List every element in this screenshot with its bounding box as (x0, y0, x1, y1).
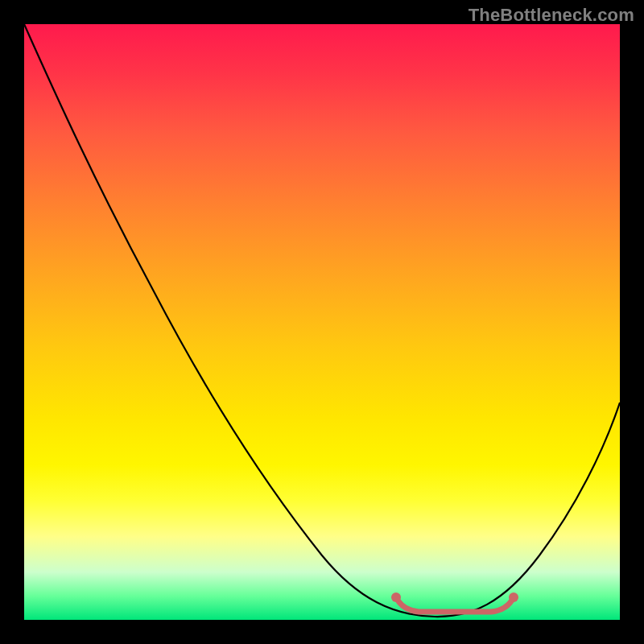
watermark-text: TheBottleneck.com (469, 5, 634, 26)
bottleneck-curve (24, 24, 620, 617)
optimal-range-end-dot (509, 592, 518, 602)
optimal-range-start-dot (391, 592, 401, 602)
chart-overlay (24, 24, 620, 620)
